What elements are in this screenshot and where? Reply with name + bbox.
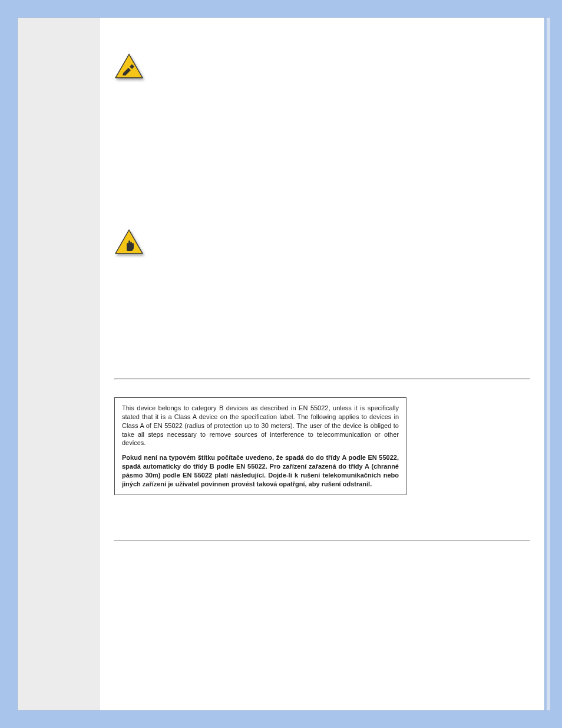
warning-write-icon — [114, 53, 144, 79]
document-page: This device belongs to category B device… — [18, 18, 544, 710]
notice-czech: Pokud není na typovém štítku počítače uv… — [122, 453, 399, 488]
divider-1 — [114, 378, 530, 380]
warning-block-1 — [114, 53, 530, 79]
left-sidebar — [18, 18, 100, 710]
compliance-notice-box: This device belongs to category B device… — [114, 397, 406, 495]
svg-marker-0 — [115, 54, 143, 78]
warning-block-2 — [114, 229, 530, 255]
scrollbar-rail[interactable] — [547, 18, 550, 710]
main-content: This device belongs to category B device… — [100, 18, 544, 710]
warning-hand-icon — [114, 229, 144, 255]
divider-2 — [114, 540, 530, 541]
notice-english: This device belongs to category B device… — [122, 404, 399, 447]
